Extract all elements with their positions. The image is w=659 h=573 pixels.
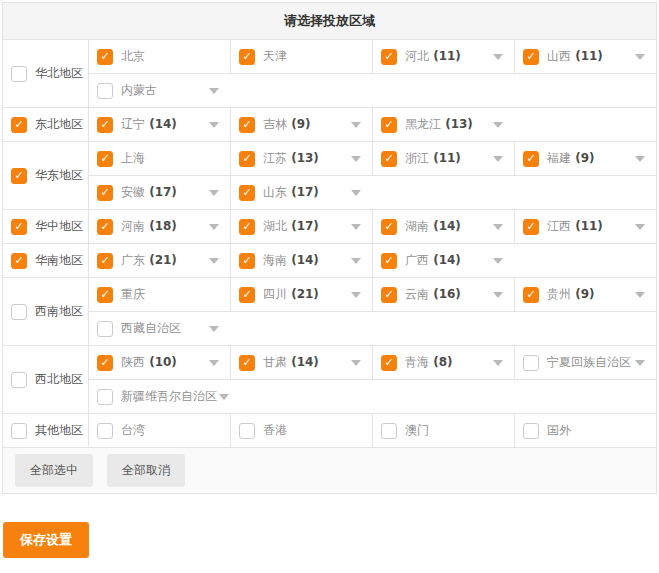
province-checkbox[interactable]: ✓ xyxy=(97,151,113,167)
dropdown-arrow-icon[interactable] xyxy=(351,190,361,196)
dropdown-arrow-icon[interactable] xyxy=(493,122,503,128)
province-count: (10) xyxy=(145,355,177,369)
province-checkbox[interactable]: ✓ xyxy=(523,49,539,65)
dropdown-arrow-icon[interactable] xyxy=(493,292,503,298)
dropdown-arrow-icon[interactable] xyxy=(351,292,361,298)
province-checkbox[interactable]: ✓ xyxy=(239,185,255,201)
dropdown-arrow-icon[interactable] xyxy=(493,224,503,230)
province-checkbox[interactable]: ✓ xyxy=(239,219,255,235)
region-cell-content: 华北地区 xyxy=(3,65,88,82)
province-cell-content: ✓山西 (11) xyxy=(515,48,656,65)
province-checkbox[interactable]: ✓ xyxy=(97,117,113,133)
province-checkbox[interactable] xyxy=(97,321,113,337)
province-checkbox[interactable]: ✓ xyxy=(97,219,113,235)
province-label: 上海 xyxy=(121,151,145,165)
region-cell-content: 其他地区 xyxy=(3,422,88,439)
dropdown-arrow-icon[interactable] xyxy=(493,54,503,60)
dropdown-arrow-icon[interactable] xyxy=(493,156,503,162)
province-label: 福建 xyxy=(547,151,571,165)
province-label: 北京 xyxy=(121,49,145,63)
dropdown-arrow-icon[interactable] xyxy=(351,224,361,230)
province-checkbox[interactable]: ✓ xyxy=(381,49,397,65)
province-checkbox[interactable]: ✓ xyxy=(239,151,255,167)
province-label: 天津 xyxy=(263,49,287,63)
province-checkbox[interactable]: ✓ xyxy=(381,355,397,371)
province-checkbox[interactable] xyxy=(239,423,255,439)
dropdown-arrow-icon[interactable] xyxy=(209,258,219,264)
dropdown-arrow-icon[interactable] xyxy=(493,258,503,264)
dropdown-arrow-icon[interactable] xyxy=(635,224,645,230)
deselect-all-button[interactable]: 全部取消 xyxy=(107,454,185,487)
dropdown-arrow-icon[interactable] xyxy=(209,122,219,128)
region-row: ✓华中地区✓河南 (18)✓湖北 (17)✓湖南 (14)✓江西 (11) xyxy=(3,210,657,244)
region-cell-content: 西北地区 xyxy=(3,371,88,388)
province-text: 山西 (11) xyxy=(547,48,633,65)
select-all-button[interactable]: 全部选中 xyxy=(15,454,93,487)
province-checkbox[interactable] xyxy=(381,423,397,439)
dropdown-arrow-icon[interactable] xyxy=(351,156,361,162)
dropdown-arrow-icon[interactable] xyxy=(351,258,361,264)
province-checkbox[interactable]: ✓ xyxy=(97,49,113,65)
province-checkbox[interactable]: ✓ xyxy=(381,287,397,303)
province-checkbox[interactable]: ✓ xyxy=(239,49,255,65)
province-count: (9) xyxy=(571,287,595,301)
region-checkbox[interactable]: ✓ xyxy=(11,168,27,184)
region-cell: 其他地区 xyxy=(3,414,89,448)
dropdown-arrow-icon[interactable] xyxy=(219,394,229,400)
province-cell-content: 西藏自治区 xyxy=(89,320,656,337)
dropdown-arrow-icon[interactable] xyxy=(351,360,361,366)
province-checkbox[interactable] xyxy=(523,423,539,439)
region-selector-panel: 请选择投放区域 华北地区✓北京✓天津✓河北 (11)✓山西 (11)内蒙古✓东北… xyxy=(2,2,657,558)
province-checkbox[interactable]: ✓ xyxy=(97,253,113,269)
region-checkbox[interactable] xyxy=(11,372,27,388)
province-checkbox[interactable] xyxy=(97,423,113,439)
table-header-row: 请选择投放区域 xyxy=(3,3,657,40)
region-checkbox[interactable]: ✓ xyxy=(11,117,27,133)
region-checkbox[interactable]: ✓ xyxy=(11,253,27,269)
province-checkbox[interactable]: ✓ xyxy=(239,355,255,371)
province-checkbox[interactable] xyxy=(97,83,113,99)
dropdown-arrow-icon[interactable] xyxy=(209,326,219,332)
region-checkbox[interactable]: ✓ xyxy=(11,219,27,235)
dropdown-arrow-icon[interactable] xyxy=(209,190,219,196)
dropdown-arrow-icon[interactable] xyxy=(351,122,361,128)
province-cell-content: 新疆维吾尔自治区 xyxy=(89,388,656,405)
region-label: 西北地区 xyxy=(35,371,83,388)
dropdown-arrow-icon[interactable] xyxy=(635,360,645,366)
province-checkbox[interactable]: ✓ xyxy=(523,287,539,303)
province-checkbox[interactable]: ✓ xyxy=(239,253,255,269)
dropdown-arrow-icon[interactable] xyxy=(209,88,219,94)
province-count: (14) xyxy=(287,253,319,267)
province-checkbox[interactable]: ✓ xyxy=(381,117,397,133)
province-checkbox[interactable]: ✓ xyxy=(523,151,539,167)
province-checkbox[interactable]: ✓ xyxy=(239,287,255,303)
province-checkbox[interactable]: ✓ xyxy=(97,287,113,303)
dropdown-arrow-icon[interactable] xyxy=(635,156,645,162)
province-checkbox[interactable] xyxy=(97,389,113,405)
region-checkbox[interactable] xyxy=(11,66,27,82)
region-label: 华南地区 xyxy=(35,252,83,269)
region-cell: ✓华中地区 xyxy=(3,210,89,244)
province-cell: ✓上海 xyxy=(89,142,231,176)
province-checkbox[interactable]: ✓ xyxy=(381,219,397,235)
province-checkbox[interactable]: ✓ xyxy=(97,355,113,371)
region-checkbox[interactable] xyxy=(11,304,27,320)
dropdown-arrow-icon[interactable] xyxy=(493,360,503,366)
province-text: 山东 (17) xyxy=(263,184,349,201)
dropdown-arrow-icon[interactable] xyxy=(209,360,219,366)
province-cell: ✓福建 (9) xyxy=(515,142,657,176)
region-checkbox[interactable] xyxy=(11,423,27,439)
province-count: (9) xyxy=(287,117,311,131)
province-checkbox[interactable]: ✓ xyxy=(523,219,539,235)
save-settings-button[interactable]: 保存设置 xyxy=(3,522,89,558)
province-checkbox[interactable]: ✓ xyxy=(239,117,255,133)
province-cell-content: ✓辽宁 (14) xyxy=(89,116,230,133)
dropdown-arrow-icon[interactable] xyxy=(635,292,645,298)
province-checkbox[interactable]: ✓ xyxy=(381,151,397,167)
dropdown-arrow-icon[interactable] xyxy=(209,224,219,230)
dropdown-arrow-icon[interactable] xyxy=(635,54,645,60)
region-row: ✓安徽 (17)✓山东 (17) xyxy=(3,176,657,210)
province-checkbox[interactable] xyxy=(523,355,539,371)
province-checkbox[interactable]: ✓ xyxy=(381,253,397,269)
province-checkbox[interactable]: ✓ xyxy=(97,185,113,201)
